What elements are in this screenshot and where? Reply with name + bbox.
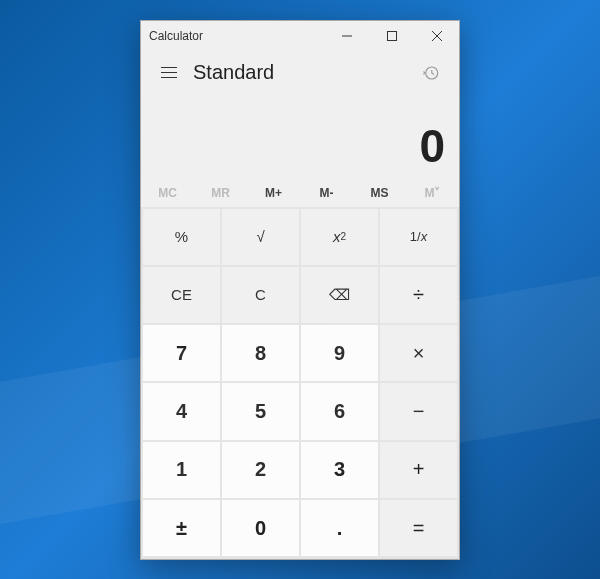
maximize-button[interactable] xyxy=(369,21,414,51)
memory-store-button[interactable]: MS xyxy=(353,179,406,207)
clear-button[interactable]: C xyxy=(222,267,299,323)
memory-recall-button: MR xyxy=(194,179,247,207)
header: Standard xyxy=(141,51,459,95)
sqrt-button[interactable]: √ xyxy=(222,209,299,265)
recip-num: 1 xyxy=(410,229,417,244)
equals-button[interactable]: = xyxy=(380,500,457,556)
square-exp: 2 xyxy=(340,231,346,242)
memory-list-button: M˅ xyxy=(406,179,459,207)
svg-rect-1 xyxy=(387,31,396,40)
memory-subtract-button[interactable]: M- xyxy=(300,179,353,207)
reciprocal-button[interactable]: 1/x xyxy=(380,209,457,265)
close-button[interactable] xyxy=(414,21,459,51)
mode-label: Standard xyxy=(193,61,413,84)
clear-entry-button[interactable]: CE xyxy=(143,267,220,323)
memory-clear-button: MC xyxy=(141,179,194,207)
digit-0-button[interactable]: 0 xyxy=(222,500,299,556)
memory-add-button[interactable]: M+ xyxy=(247,179,300,207)
square-button[interactable]: x2 xyxy=(301,209,378,265)
display-value: 0 xyxy=(419,119,445,173)
menu-icon[interactable] xyxy=(151,55,187,91)
window-title: Calculator xyxy=(149,29,324,43)
backspace-button[interactable]: ⌫ xyxy=(301,267,378,323)
percent-button[interactable]: % xyxy=(143,209,220,265)
negate-button[interactable]: ± xyxy=(143,500,220,556)
recip-den: x xyxy=(421,229,428,244)
decimal-button[interactable]: . xyxy=(301,500,378,556)
square-base: x xyxy=(333,228,341,245)
minimize-button[interactable] xyxy=(324,21,369,51)
display: 0 xyxy=(141,95,459,179)
history-icon[interactable] xyxy=(413,55,449,91)
titlebar: Calculator xyxy=(141,21,459,51)
memory-row: MC MR M+ M- MS M˅ xyxy=(141,179,459,207)
